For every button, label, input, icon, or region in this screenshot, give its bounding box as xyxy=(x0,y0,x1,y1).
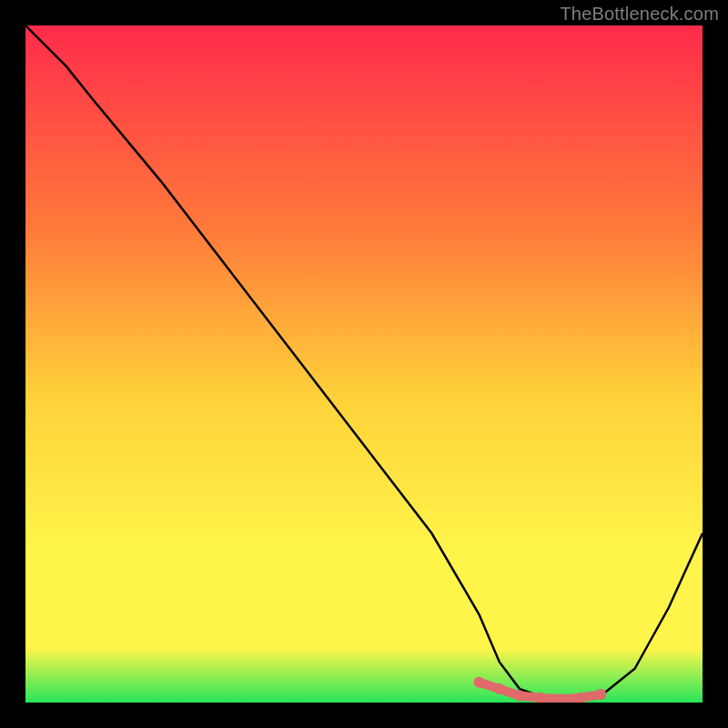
optimal-marker xyxy=(494,683,505,694)
optimal-marker xyxy=(514,691,525,702)
optimal-marker xyxy=(595,689,606,700)
chart-svg xyxy=(25,25,703,703)
optimal-marker xyxy=(474,677,485,688)
attribution-text: TheBottleneck.com xyxy=(560,4,719,25)
gradient-background xyxy=(25,25,703,703)
chart xyxy=(25,25,703,703)
